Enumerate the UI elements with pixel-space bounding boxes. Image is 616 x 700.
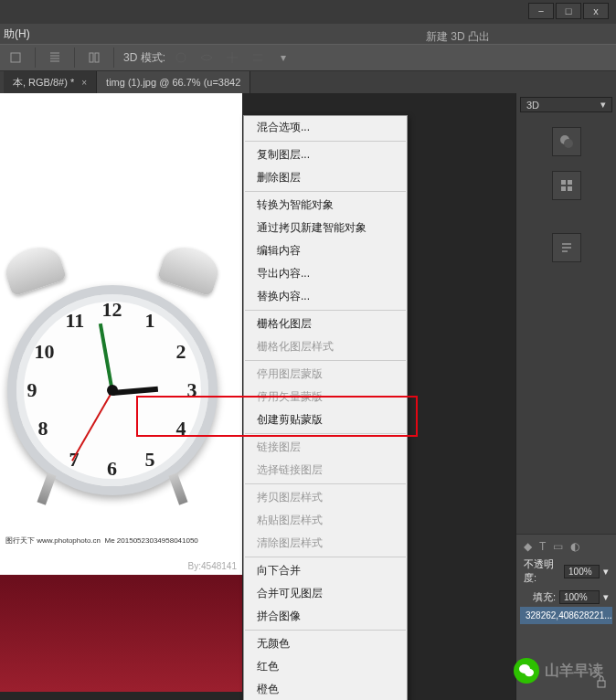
menu-item[interactable]: 向下合并 bbox=[244, 559, 407, 582]
clock-number: 6 bbox=[107, 457, 117, 481]
paragraph-icon[interactable] bbox=[552, 233, 581, 262]
smart-icon[interactable]: ◐ bbox=[570, 540, 579, 553]
clock-number: 12 bbox=[102, 298, 122, 322]
menu-item[interactable]: 创建剪贴蒙版 bbox=[244, 408, 407, 431]
clock-center bbox=[107, 385, 118, 396]
menu-item: 选择链接图层 bbox=[244, 459, 407, 482]
menu-separator bbox=[245, 191, 406, 192]
svg-rect-0 bbox=[11, 53, 20, 62]
svg-rect-1 bbox=[90, 53, 93, 62]
clock-number: 2 bbox=[176, 340, 186, 364]
grid-icon[interactable] bbox=[552, 171, 581, 200]
menu-item[interactable]: 栅格化图层 bbox=[244, 313, 407, 335]
close-button[interactable]: x bbox=[583, 3, 609, 19]
mode-icon-pan[interactable] bbox=[222, 48, 242, 68]
clock-number: 3 bbox=[187, 378, 197, 402]
menu-item[interactable]: 通过拷贝新建智能对象 bbox=[244, 217, 407, 239]
clock-number: 10 bbox=[35, 340, 55, 364]
menu-item[interactable]: 转换为智能对象 bbox=[244, 194, 407, 217]
type-icon[interactable]: T bbox=[539, 540, 546, 553]
clock-leg bbox=[168, 472, 187, 504]
svg-point-5 bbox=[564, 139, 573, 148]
menu-separator bbox=[245, 360, 406, 361]
mode-icon-roll[interactable] bbox=[196, 48, 217, 68]
watermark-author: By:4548141 bbox=[188, 561, 237, 571]
document-tabs: 本, RGB/8#) * × timg (1).jpg @ 66.7% (u=3… bbox=[0, 71, 616, 93]
menu-item: 栅格化图层样式 bbox=[244, 335, 407, 358]
fill-input[interactable]: 100% bbox=[559, 590, 600, 604]
tab-close-icon[interactable]: × bbox=[81, 78, 87, 88]
workspace: 1 2 3 4 5 6 7 8 9 10 11 12 bbox=[0, 93, 616, 700]
mode-icon-orbit[interactable] bbox=[171, 48, 191, 68]
separator bbox=[74, 48, 75, 68]
svg-rect-2 bbox=[95, 53, 99, 62]
image-bottom-area bbox=[0, 575, 242, 692]
document-tab-2[interactable]: timg (1).jpg @ 66.7% (u=3842 bbox=[97, 71, 250, 93]
clock-number: 5 bbox=[145, 448, 155, 472]
menu-item[interactable]: 导出内容... bbox=[244, 262, 407, 285]
svg-point-12 bbox=[525, 669, 534, 676]
menu-item[interactable]: 红色 bbox=[244, 655, 407, 678]
layer-item[interactable]: 328262,408628221... bbox=[520, 607, 612, 624]
second-hand bbox=[71, 391, 113, 461]
menu-item: 清除图层样式 bbox=[244, 532, 407, 555]
image-content: 1 2 3 4 5 6 7 8 9 10 11 12 bbox=[0, 93, 242, 692]
workspace-dropdown[interactable]: 3D ▾ bbox=[520, 97, 612, 112]
clock-number: 9 bbox=[27, 378, 37, 402]
layer-context-menu[interactable]: 混合选项...复制图层...删除图层转换为智能对象通过拷贝新建智能对象编辑内容导… bbox=[243, 115, 408, 700]
hour-hand bbox=[112, 387, 157, 396]
wechat-badge: 山羊早读 bbox=[514, 658, 603, 684]
minute-hand bbox=[98, 323, 113, 393]
menu-separator bbox=[245, 310, 406, 311]
maximize-button[interactable]: □ bbox=[556, 3, 581, 19]
menu-item[interactable]: 无颜色 bbox=[244, 632, 407, 655]
svg-rect-7 bbox=[568, 180, 572, 185]
mode-icon-slide[interactable] bbox=[248, 48, 268, 68]
chevron-down-icon[interactable]: ▾ bbox=[603, 566, 609, 578]
option-icon-1[interactable] bbox=[45, 48, 65, 68]
new-3d-extrusion-label[interactable]: 新建 3D 凸出 bbox=[426, 29, 490, 45]
menu-item[interactable]: 复制图层... bbox=[244, 143, 407, 166]
bell-icon bbox=[157, 240, 224, 296]
menu-item[interactable]: 替换内容... bbox=[244, 285, 407, 308]
menu-separator bbox=[245, 630, 406, 631]
menu-item: 链接图层 bbox=[244, 436, 407, 459]
swatches-icon[interactable] bbox=[552, 127, 581, 156]
chevron-down-icon[interactable]: ▾ bbox=[603, 591, 609, 603]
clock-number: 1 bbox=[145, 309, 155, 333]
clock-number: 8 bbox=[38, 417, 48, 440]
chevron-down-icon: ▾ bbox=[600, 99, 606, 111]
separator bbox=[113, 48, 114, 68]
menu-item[interactable]: 拼合图像 bbox=[244, 605, 407, 628]
minimize-button[interactable]: − bbox=[528, 3, 554, 19]
eye-icon[interactable]: ◆ bbox=[524, 540, 532, 553]
menu-item[interactable]: 编辑内容 bbox=[244, 239, 407, 262]
tool-indicator-icon[interactable] bbox=[5, 48, 26, 68]
menu-help[interactable]: 助(H) bbox=[4, 27, 30, 42]
opacity-input[interactable]: 100% bbox=[564, 565, 600, 578]
tab-label: timg (1).jpg @ 66.7% (u=3842 bbox=[106, 77, 240, 88]
wechat-text: 山羊早读 bbox=[545, 662, 603, 681]
clock-face: 1 2 3 4 5 6 7 8 9 10 11 12 bbox=[7, 285, 218, 495]
layers-panel-icons: ◆ T ▭ ◐ bbox=[520, 538, 612, 555]
menu-item[interactable]: 合并可见图层 bbox=[244, 582, 407, 605]
fill-label: 填充: bbox=[533, 590, 556, 604]
shape-icon[interactable]: ▭ bbox=[553, 540, 563, 553]
menubar: 助(H) bbox=[0, 24, 616, 44]
option-icon-2[interactable] bbox=[84, 48, 104, 68]
svg-rect-9 bbox=[568, 186, 572, 191]
menu-item[interactable]: 删除图层 bbox=[244, 166, 407, 189]
tab-label: 本, RGB/8#) * bbox=[13, 76, 74, 90]
menu-item[interactable]: 混合选项... bbox=[244, 116, 407, 139]
document-tab-1[interactable]: 本, RGB/8#) * × bbox=[4, 71, 97, 93]
mode-label: 3D 模式: bbox=[123, 50, 165, 66]
chevron-down-icon[interactable]: ▾ bbox=[273, 48, 293, 68]
options-toolbar: 3D 模式: ▾ bbox=[0, 44, 616, 71]
menu-item: 粘贴图层样式 bbox=[244, 509, 407, 532]
clock-number: 11 bbox=[66, 309, 85, 333]
menu-item: 停用图层蒙版 bbox=[244, 363, 407, 386]
wechat-icon bbox=[514, 658, 539, 684]
dropdown-value: 3D bbox=[526, 100, 539, 111]
canvas[interactable]: 1 2 3 4 5 6 7 8 9 10 11 12 bbox=[0, 93, 515, 700]
menu-item[interactable]: 橙色 bbox=[244, 678, 407, 700]
